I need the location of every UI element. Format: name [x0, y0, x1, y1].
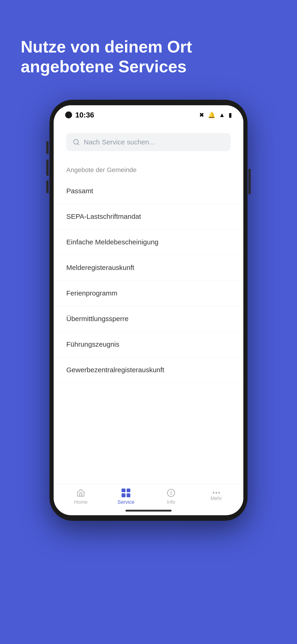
bluetooth-icon: ✖	[199, 112, 204, 118]
home-icon	[76, 488, 85, 497]
list-item[interactable]: Melderegisterauskunft	[54, 255, 243, 280]
list-item[interactable]: Führungszeugnis	[54, 332, 243, 357]
list-item[interactable]: Passamt	[54, 178, 243, 204]
tab-mehr-label: Mehr	[210, 496, 222, 502]
services-list: Passamt SEPA-Lastschriftmandat Einfache …	[54, 178, 243, 484]
tab-service-label: Service	[118, 499, 134, 505]
tab-service[interactable]: Service	[111, 488, 141, 505]
tab-info-label: Info	[167, 499, 176, 505]
grid-icon	[122, 488, 130, 497]
volume-down-button	[46, 180, 48, 193]
tab-home-label: Home	[74, 499, 88, 505]
tab-info[interactable]: Info	[156, 488, 186, 505]
more-icon	[213, 492, 220, 494]
headline-line2: angebotene Services	[21, 57, 186, 76]
battery-icon: ▮	[228, 112, 232, 118]
tab-mehr[interactable]: Mehr	[201, 492, 231, 502]
volume-up-button	[46, 141, 48, 154]
headline-line1: Nutze von deinem Ort	[21, 38, 192, 56]
phone-screen: 10:36 ✖ 🔔 ▲ ▮	[54, 105, 243, 515]
status-time: 10:36	[65, 111, 94, 119]
page-headline: Nutze von deinem Ort angebotene Services	[0, 0, 297, 90]
list-item[interactable]: Einfache Meldebescheinigung	[54, 230, 243, 255]
status-bar: 10:36 ✖ 🔔 ▲ ▮	[54, 105, 243, 122]
wifi-icon: ▲	[219, 112, 225, 118]
search-icon	[73, 139, 80, 146]
app-content: Nach Service suchen... Angebote der Geme…	[54, 122, 243, 515]
bottom-navigation: Home Service	[54, 484, 243, 508]
section-label: Angebote der Gemeinde	[54, 158, 243, 178]
list-item[interactable]: Ferienprogramm	[54, 280, 243, 306]
phone-mockup: 10:36 ✖ 🔔 ▲ ▮	[50, 100, 248, 521]
search-placeholder: Nach Service suchen...	[84, 138, 155, 146]
search-bar[interactable]: Nach Service suchen...	[66, 133, 231, 151]
info-icon	[167, 488, 176, 497]
list-item[interactable]: Gewerbezentralregisterauskunft	[54, 357, 243, 383]
tab-home[interactable]: Home	[66, 488, 96, 505]
phone-body: 10:36 ✖ 🔔 ▲ ▮	[50, 100, 248, 521]
list-item[interactable]: SEPA-Lastschriftmandat	[54, 204, 243, 230]
list-item[interactable]: Übermittlungssperre	[54, 306, 243, 332]
app-header: Nach Service suchen...	[54, 122, 243, 158]
camera-dot	[65, 112, 72, 118]
status-icons: ✖ 🔔 ▲ ▮	[199, 112, 232, 118]
mute-icon: 🔔	[208, 112, 215, 118]
svg-line-1	[78, 144, 79, 145]
home-indicator	[126, 510, 172, 512]
